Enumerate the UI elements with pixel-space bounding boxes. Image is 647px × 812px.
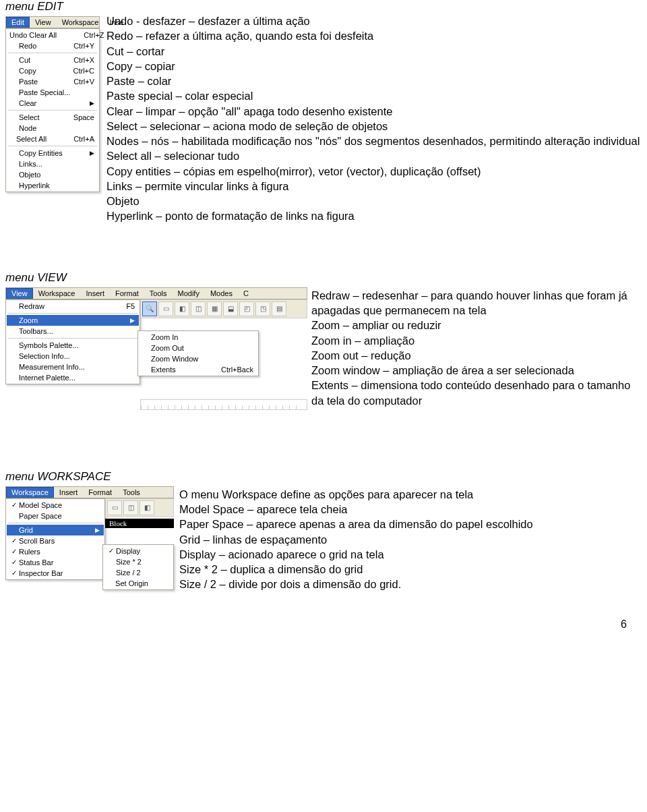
zoom-submenu-item[interactable]: ExtentsCtrl+Back bbox=[139, 364, 257, 375]
menubar-item-tools2[interactable]: Tools bbox=[117, 487, 146, 498]
edit-menu-item[interactable]: CutCtrl+X bbox=[7, 55, 98, 65]
submenu-arrow-icon: ▶ bbox=[88, 527, 100, 533]
workspace-menu-item[interactable]: Paper Space bbox=[7, 511, 104, 521]
menu-item-shortcut: Ctrl+V bbox=[67, 78, 94, 86]
submenu-arrow-icon: ▶ bbox=[83, 100, 94, 107]
edit-menu-item[interactable]: SelectSpace bbox=[7, 112, 98, 123]
menu-item-label: Extents bbox=[151, 366, 214, 374]
grid-submenu-item[interactable]: Size / 2 bbox=[104, 567, 173, 578]
description-line: Hyperlink – ponto de formatação de links… bbox=[106, 208, 642, 223]
edit-menu-item[interactable]: Undo Clear AllCtrl+Z bbox=[7, 30, 98, 40]
edit-menu-item[interactable]: Objeto bbox=[7, 169, 98, 180]
view-menu-item[interactable]: Measurement Info... bbox=[7, 361, 139, 372]
menu-item-label: Paste bbox=[19, 78, 67, 86]
toolbar-btn-7[interactable]: ◰ bbox=[239, 301, 254, 316]
menu-item-shortcut: Ctrl+Z bbox=[77, 31, 104, 39]
workspace-menu-item[interactable]: ✓Inspector Bar bbox=[7, 568, 104, 579]
workspace-description: O menu Workspace define as opções para a… bbox=[179, 470, 647, 592]
menu-item-label: Symbols Palette... bbox=[19, 341, 135, 349]
menubar-item-workspace3[interactable]: Workspace bbox=[6, 487, 54, 498]
edit-menu-item[interactable]: Clear▶ bbox=[7, 98, 98, 109]
edit-menu-item[interactable]: Links... bbox=[7, 158, 98, 169]
menu-item-shortcut: F5 bbox=[119, 302, 135, 310]
block-strip: Block bbox=[105, 519, 174, 528]
menu-item-label: Measurement Info... bbox=[19, 363, 135, 371]
check-icon: ✓ bbox=[106, 547, 116, 554]
menu-item-shortcut: Ctrl+C bbox=[67, 67, 94, 75]
menu-item-label: Size / 2 bbox=[116, 569, 168, 577]
menu-item-label: Scroll Bars bbox=[19, 537, 100, 545]
menu-item-label: Paste Special... bbox=[19, 88, 94, 96]
toolbar-btn-6[interactable]: ⬓ bbox=[223, 301, 238, 316]
menubar-item-c[interactable]: C bbox=[238, 288, 254, 299]
zoom-submenu-item[interactable]: Zoom In bbox=[139, 332, 257, 343]
description-line: Model Space – aparece tela cheia bbox=[179, 502, 646, 517]
workspace-menu-item[interactable]: ✓Status Bar bbox=[7, 557, 104, 568]
toolbar-btn-4[interactable]: ◫ bbox=[191, 301, 206, 316]
section-workspace: menu WORKSPACE Workspace Insert Format T… bbox=[0, 470, 647, 612]
zoom-submenu-item[interactable]: Zoom Out bbox=[139, 343, 257, 353]
toolbar-btn-3[interactable]: ◧ bbox=[175, 301, 189, 316]
grid-submenu-item[interactable]: Size * 2 bbox=[104, 556, 173, 567]
toolbar-btn-9[interactable]: ▤ bbox=[272, 301, 286, 316]
view-menu-item[interactable]: Symbols Palette... bbox=[7, 340, 139, 351]
view-menu-item[interactable]: Zoom▶ bbox=[7, 315, 139, 326]
menubar-item-view2[interactable]: View bbox=[6, 288, 33, 299]
ws-toolbar-btn-1[interactable]: ▭ bbox=[107, 500, 122, 515]
workspace-menu-separator bbox=[8, 523, 102, 523]
edit-menu-item[interactable]: Hyperlink bbox=[7, 180, 98, 191]
menu-item-label: Toolbars... bbox=[19, 327, 135, 335]
section-edit: menu EDIT Edit View Workspace Inse Undo … bbox=[0, 0, 647, 244]
ws-toolbar-btn-2[interactable]: ◫ bbox=[123, 500, 138, 515]
workspace-menu-item[interactable]: ✓Rulers bbox=[7, 546, 104, 557]
menubar-item-tools[interactable]: Tools bbox=[144, 288, 173, 299]
menubar-item-edit[interactable]: Edit bbox=[6, 17, 30, 28]
menubar-item-format2[interactable]: Format bbox=[83, 487, 117, 498]
edit-menu-item[interactable]: Copy Entities▶ bbox=[7, 148, 98, 158]
page-number: 6 bbox=[621, 618, 627, 631]
description-line: Paste – colar bbox=[106, 74, 642, 88]
menubar-item-modify[interactable]: Modify bbox=[173, 288, 205, 299]
workspace-menu-screenshot: Workspace Insert Format Tools ✓Model Spa… bbox=[5, 486, 174, 580]
menu-item-label: Clear bbox=[19, 99, 83, 107]
check-icon: ✓ bbox=[9, 501, 19, 509]
toolbar-zoom-icon[interactable]: 🔍 bbox=[142, 301, 157, 316]
toolbar-btn-5[interactable]: ▦ bbox=[207, 301, 222, 316]
view-menu-item[interactable]: RedrawF5 bbox=[7, 301, 139, 312]
menubar-item-view[interactable]: View bbox=[30, 17, 57, 28]
grid-submenu-item[interactable]: Set Origin bbox=[104, 578, 173, 589]
menu-item-label: Internet Palette... bbox=[19, 374, 135, 382]
description-line: Redo – refazer a última ação, quando est… bbox=[106, 28, 642, 43]
menubar-item-insert2[interactable]: Insert bbox=[80, 288, 110, 299]
menubar-item-insert3[interactable]: Insert bbox=[54, 487, 84, 498]
view-menu-item[interactable]: Selection Info... bbox=[7, 351, 139, 361]
edit-menu-item[interactable]: CopyCtrl+C bbox=[7, 65, 98, 76]
menu-item-label: Set Origin bbox=[115, 579, 168, 587]
workspace-menu-item[interactable]: ✓Scroll Bars bbox=[7, 535, 104, 546]
edit-menu-item[interactable]: RedoCtrl+Y bbox=[7, 40, 98, 51]
view-menu-item[interactable]: Internet Palette... bbox=[7, 372, 139, 383]
workspace-menu-item[interactable]: Grid▶ bbox=[7, 525, 104, 535]
edit-menu-item[interactable]: Paste Special... bbox=[7, 87, 98, 98]
edit-menu-separator bbox=[8, 53, 97, 53]
menubar-item-modes[interactable]: Modes bbox=[205, 288, 238, 299]
view-menu-item[interactable]: Toolbars... bbox=[7, 326, 139, 337]
grid-submenu-item[interactable]: ✓Display bbox=[104, 546, 173, 556]
description-line: Links – permite vincular links à figura bbox=[106, 179, 642, 194]
menubar-item-format[interactable]: Format bbox=[110, 288, 144, 299]
section-edit-title: menu EDIT bbox=[5, 0, 63, 13]
menubar-item-workspace[interactable]: Workspace bbox=[57, 17, 104, 28]
edit-menu-item[interactable]: Select AllCtrl+A bbox=[7, 134, 98, 144]
edit-menu-item[interactable]: Node bbox=[7, 123, 98, 134]
zoom-submenu-item[interactable]: Zoom Window bbox=[139, 353, 257, 364]
toolbar-btn-2[interactable]: ▭ bbox=[158, 301, 173, 316]
description-line: Undo - desfazer – desfazer a última ação bbox=[106, 13, 642, 28]
menubar-item-workspace2[interactable]: Workspace bbox=[33, 288, 81, 299]
workspace-menu-item[interactable]: ✓Model Space bbox=[7, 500, 104, 511]
menu-item-label: Copy Entities bbox=[19, 149, 83, 157]
edit-menu-item[interactable]: PasteCtrl+V bbox=[7, 76, 98, 87]
ws-toolbar-btn-3[interactable]: ◧ bbox=[140, 500, 154, 515]
menubar-item-insert[interactable]: Inse bbox=[104, 17, 129, 28]
toolbar-btn-8[interactable]: ◳ bbox=[255, 301, 270, 316]
menu-item-label: Status Bar bbox=[19, 558, 100, 567]
